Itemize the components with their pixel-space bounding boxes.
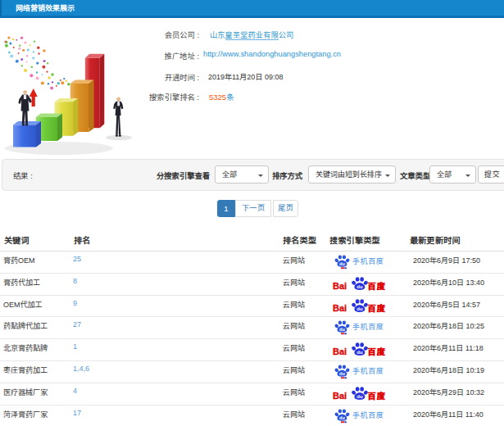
svg-text:du: du [356,284,363,289]
svg-text:du: du [339,327,345,332]
svg-text:du: du [339,261,345,266]
svg-text:百度: 百度 [368,279,386,292]
svg-text:百度: 百度 [368,389,386,401]
svg-text:du: du [339,415,345,420]
svg-text:Bai: Bai [333,391,347,401]
svg-text:Bai: Bai [333,347,347,356]
svg-text:du: du [356,350,363,355]
svg-text:du: du [356,306,363,311]
svg-text:百度: 百度 [368,301,386,314]
svg-text:du: du [356,394,363,399]
svg-text:Bai: Bai [333,281,347,291]
svg-text:Bai: Bai [333,303,347,313]
svg-text:百度: 百度 [368,345,386,357]
svg-text:du: du [339,371,345,376]
